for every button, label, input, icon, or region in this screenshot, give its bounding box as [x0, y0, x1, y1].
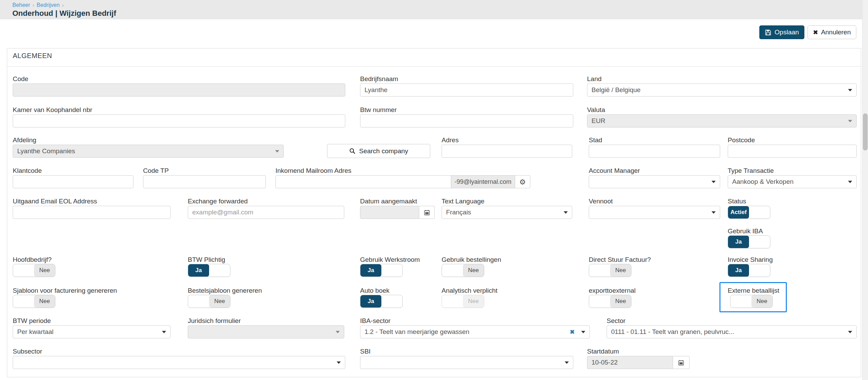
direct-stuur-factuur-label: Direct Stuur Factuur? [589, 256, 651, 264]
datum-aangemaakt-input [360, 206, 419, 219]
mailroom-label: Inkomend Mailroom Adres [275, 167, 351, 175]
caret-down-icon [848, 120, 852, 122]
mailroom-settings-button[interactable]: ⚙ [515, 175, 530, 188]
invoice-sharing-toggle-value: Ja [728, 264, 749, 277]
exporttoexternal-toggle-value: Nee [610, 295, 631, 308]
vennoot-label: Vennoot [589, 198, 613, 205]
postcode-input[interactable] [728, 145, 857, 158]
sjabloon-facturering-toggle[interactable]: Nee [13, 295, 55, 308]
exporttoexternal-toggle[interactable]: Nee [589, 295, 631, 308]
adres-input[interactable] [442, 145, 572, 158]
auto-boek-toggle-value: Ja [360, 295, 381, 308]
gebruik-werkstroom-toggle-value: Ja [360, 264, 381, 277]
account-manager-label: Account Manager [589, 167, 640, 175]
hoofdbedrijf-label: Hoofdbedrijf? [13, 256, 52, 264]
type-transactie-select[interactable]: Aankoop & Verkopen [728, 175, 857, 188]
caret-down-icon [848, 181, 852, 183]
startdatum-input [587, 356, 673, 369]
startdatum-group [587, 356, 690, 369]
status-toggle-value: Actief [728, 206, 749, 219]
exchange-forwarded-input[interactable] [188, 206, 344, 219]
vennoot-select[interactable] [589, 206, 720, 219]
gebruik-bestellingen-toggle-value: Nee [463, 264, 484, 277]
externe-betaallijst-toggle[interactable]: Nee [730, 295, 773, 308]
breadcrumb-link-beheer[interactable]: Beheer [12, 2, 30, 8]
datum-calendar-button[interactable] [419, 206, 435, 219]
bestelsjabloon-toggle-value: Nee [209, 295, 230, 308]
type-transactie-label: Type Transactie [728, 167, 774, 175]
sector-select[interactable]: 0111 - 01.11 - Teelt van granen, peulvru… [607, 325, 857, 338]
valuta-select: EUR [587, 114, 857, 127]
stad-input[interactable] [589, 145, 720, 158]
text-language-select[interactable]: Français [442, 206, 572, 219]
search-company-label: Search company [359, 147, 408, 155]
page-title: Onderhoud | Wijzigen Bedrijf [12, 9, 116, 18]
breadcrumb-link-bedrijven[interactable]: Bedrijven [37, 2, 60, 8]
land-label: Land [587, 75, 601, 83]
btw-periode-select-value: Per kwartaal [17, 328, 159, 336]
cancel-button[interactable]: ✖ Annuleren [807, 25, 856, 39]
code-tp-label: Code TP [143, 167, 169, 175]
scrollbar-track[interactable] [862, 0, 868, 380]
invoice-sharing-toggle[interactable]: Ja [728, 264, 770, 277]
direct-stuur-factuur-toggle[interactable]: Nee [589, 264, 631, 277]
kvk-input[interactable] [13, 114, 345, 127]
status-toggle[interactable]: Actief [728, 206, 770, 219]
calendar-icon [424, 209, 430, 216]
btw-plichtig-toggle-value: Ja [188, 264, 209, 277]
exchange-forwarded-label: Exchange forwarded [188, 198, 248, 205]
datum-aangemaakt-label: Datum aangemaakt [360, 198, 417, 205]
gear-icon: ⚙ [519, 178, 526, 186]
caret-down-icon [581, 331, 585, 333]
breadcrumb-separator: › [62, 2, 64, 8]
gebruik-bestellingen-toggle[interactable]: Nee [442, 264, 484, 277]
save-button-label: Opslaan [774, 29, 799, 36]
postcode-label: Postcode [728, 136, 755, 144]
auto-boek-toggle[interactable]: Ja [360, 295, 403, 308]
gebruik-werkstroom-toggle[interactable]: Ja [360, 264, 403, 277]
section-title: ALGEMEEN [13, 52, 52, 60]
code-tp-input[interactable] [143, 175, 266, 188]
clear-x-icon[interactable]: ✖ [570, 328, 575, 336]
save-button[interactable]: Opslaan [759, 25, 804, 39]
caret-down-icon [848, 331, 852, 333]
sbi-select[interactable] [360, 356, 573, 369]
caret-down-icon [565, 361, 569, 364]
land-select[interactable]: België / Belgique [587, 83, 857, 97]
caret-down-icon [275, 150, 279, 153]
floppy-disk-icon [765, 29, 771, 36]
sector-label: Sector [607, 317, 626, 325]
adres-label: Adres [442, 136, 459, 144]
search-company-button[interactable]: Search company [327, 144, 430, 158]
text-language-label: Text Language [442, 198, 485, 205]
analytisch-verplicht-toggle-value: Nee [463, 295, 484, 308]
hoofdbedrijf-toggle-value: Nee [34, 264, 55, 277]
uitgaand-email-input[interactable] [13, 206, 171, 219]
gebruik-iba-label: Gebruik IBA [728, 227, 763, 235]
iba-sector-select[interactable]: 1.2 - Teelt van meerjarige gewassen ✖ [360, 325, 590, 338]
klantcode-label: Klantcode [13, 167, 42, 175]
bestelsjabloon-toggle[interactable]: Nee [188, 295, 230, 308]
scrollbar-thumb[interactable] [863, 113, 868, 150]
btw-nummer-input[interactable] [360, 114, 573, 127]
sector-select-value: 0111 - 01.11 - Teelt van granen, peulvru… [611, 328, 845, 336]
btw-plichtig-toggle[interactable]: Ja [188, 264, 230, 277]
header-band [0, 0, 868, 19]
analytisch-verplicht-label: Analytisch verplicht [442, 287, 498, 294]
gebruik-iba-toggle[interactable]: Ja [728, 235, 770, 248]
stad-label: Stad [589, 136, 602, 144]
startdatum-calendar-button[interactable] [673, 356, 690, 369]
bestelsjabloon-label: Bestelsjabloon genereren [188, 287, 262, 294]
btw-periode-select[interactable]: Per kwartaal [13, 325, 171, 338]
sjabloon-facturering-toggle-value: Nee [34, 295, 55, 308]
account-manager-select[interactable] [589, 175, 720, 188]
sjabloon-facturering-label: Sjabloon voor facturering genereren [13, 287, 117, 294]
uitgaand-email-label: Uitgaand Email EOL Address [13, 198, 97, 205]
hoofdbedrijf-toggle[interactable]: Nee [13, 264, 55, 277]
mailroom-input[interactable] [275, 175, 451, 188]
caret-down-icon [848, 89, 852, 91]
klantcode-input[interactable] [13, 175, 133, 188]
iba-sector-select-value: 1.2 - Teelt van meerjarige gewassen [365, 328, 570, 336]
subsector-select[interactable] [13, 356, 345, 369]
bedrijfsnaam-input[interactable] [360, 83, 573, 97]
